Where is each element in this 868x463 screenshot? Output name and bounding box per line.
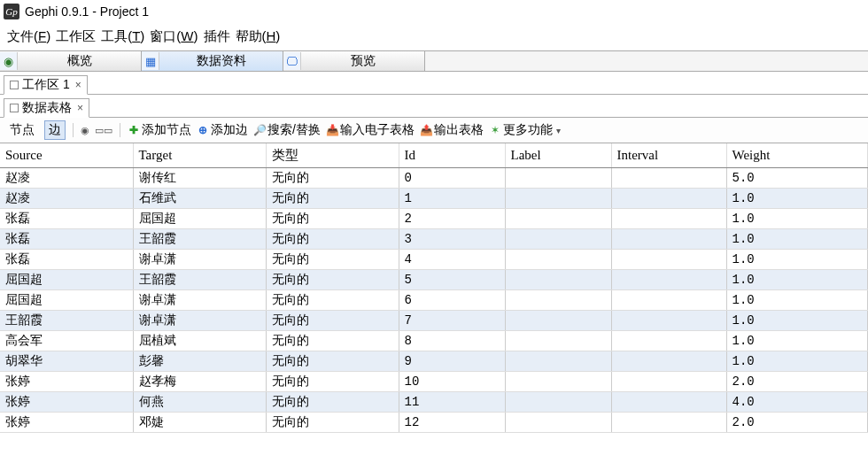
table-row[interactable]: 张磊谢卓潇无向的41.0 [0, 250, 868, 270]
col-id[interactable]: Id [399, 143, 505, 168]
cell-interval[interactable] [611, 331, 726, 351]
cell-id[interactable]: 11 [399, 392, 505, 413]
cell-label[interactable] [505, 229, 611, 250]
cell-id[interactable]: 2 [399, 209, 505, 229]
cell-target[interactable]: 谢卓潇 [133, 311, 266, 331]
cell-interval[interactable] [611, 290, 726, 311]
cell-weight[interactable]: 1.0 [726, 351, 868, 372]
cell-type[interactable]: 无向的 [266, 250, 399, 270]
cell-label[interactable] [505, 413, 611, 433]
cell-id[interactable]: 12 [399, 413, 505, 433]
cell-interval[interactable] [611, 351, 726, 372]
menu-plugins[interactable]: 插件 [204, 28, 230, 45]
table-row[interactable]: 王韶霞谢卓潇无向的71.0 [0, 311, 868, 331]
col-type[interactable]: 类型 [266, 143, 399, 168]
cell-target[interactable]: 谢卓潇 [133, 250, 266, 270]
cell-type[interactable]: 无向的 [266, 351, 399, 372]
cell-interval[interactable] [611, 229, 726, 250]
search-replace-button[interactable]: 🔎搜索/替换 [253, 122, 321, 138]
cell-target[interactable]: 王韶霞 [133, 270, 266, 290]
cell-id[interactable]: 9 [399, 351, 505, 372]
table-row[interactable]: 张磊王韶霞无向的31.0 [0, 229, 868, 250]
cell-id[interactable]: 7 [399, 311, 505, 331]
cell-weight[interactable]: 2.0 [726, 372, 868, 392]
cell-source[interactable]: 赵凌 [0, 189, 133, 209]
cell-interval[interactable] [611, 413, 726, 433]
cell-target[interactable]: 邓婕 [133, 413, 266, 433]
cell-id[interactable]: 4 [399, 250, 505, 270]
cell-weight[interactable]: 1.0 [726, 311, 868, 331]
col-source[interactable]: Source [0, 143, 133, 168]
cell-source[interactable]: 屈国超 [0, 290, 133, 311]
table-row[interactable]: 赵凌谢传红无向的05.0 [0, 168, 868, 189]
table-row[interactable]: 胡翠华彭馨无向的91.0 [0, 351, 868, 372]
cell-source[interactable]: 张婷 [0, 372, 133, 392]
menu-workspace[interactable]: 工作区 [56, 28, 96, 45]
cell-weight[interactable]: 2.0 [726, 413, 868, 433]
cell-id[interactable]: 3 [399, 229, 505, 250]
tab-data-laboratory[interactable]: ▦ 数据资料 [142, 51, 283, 71]
cell-source[interactable]: 张婷 [0, 392, 133, 413]
cell-target[interactable]: 王韶霞 [133, 229, 266, 250]
cell-id[interactable]: 6 [399, 290, 505, 311]
table-row[interactable]: 赵凌石维武无向的11.0 [0, 189, 868, 209]
col-label[interactable]: Label [505, 143, 611, 168]
cell-label[interactable] [505, 290, 611, 311]
cell-id[interactable]: 5 [399, 270, 505, 290]
col-weight[interactable]: Weight [726, 143, 868, 168]
cell-source[interactable]: 高会军 [0, 331, 133, 351]
cell-source[interactable]: 赵凌 [0, 168, 133, 189]
cell-id[interactable]: 8 [399, 331, 505, 351]
cell-interval[interactable] [611, 168, 726, 189]
export-table-button[interactable]: 📤输出表格 [420, 122, 484, 138]
cell-target[interactable]: 屈国超 [133, 209, 266, 229]
cell-weight[interactable]: 1.0 [726, 270, 868, 290]
cell-type[interactable]: 无向的 [266, 290, 399, 311]
cell-interval[interactable] [611, 372, 726, 392]
close-icon[interactable]: × [77, 102, 83, 114]
cell-target[interactable]: 何燕 [133, 392, 266, 413]
add-node-button[interactable]: ✚添加节点 [128, 122, 191, 138]
cell-id[interactable]: 1 [399, 189, 505, 209]
cell-weight[interactable]: 1.0 [726, 229, 868, 250]
table-row[interactable]: 高会军屈植斌无向的81.0 [0, 331, 868, 351]
cell-source[interactable]: 张磊 [0, 229, 133, 250]
col-target[interactable]: Target [133, 143, 266, 168]
cell-type[interactable]: 无向的 [266, 229, 399, 250]
cell-type[interactable]: 无向的 [266, 372, 399, 392]
edges-toggle[interactable]: 边 [44, 120, 66, 140]
menu-help[interactable]: 帮助(H) [236, 28, 281, 45]
cell-label[interactable] [505, 392, 611, 413]
cell-interval[interactable] [611, 311, 726, 331]
cell-type[interactable]: 无向的 [266, 392, 399, 413]
close-icon[interactable]: × [75, 79, 81, 91]
cell-label[interactable] [505, 331, 611, 351]
data-table-wrap[interactable]: Source Target 类型 Id Label Interval Weigh… [0, 143, 868, 433]
cell-source[interactable]: 张婷 [0, 413, 133, 433]
cell-source[interactable]: 屈国超 [0, 270, 133, 290]
cell-source[interactable]: 张磊 [0, 209, 133, 229]
table-row[interactable]: 张婷邓婕无向的122.0 [0, 413, 868, 433]
more-functions-button[interactable]: ✶更多功能▾ [489, 122, 561, 138]
col-interval[interactable]: Interval [611, 143, 726, 168]
menu-window[interactable]: 窗口(W) [150, 28, 198, 45]
cell-weight[interactable]: 1.0 [726, 189, 868, 209]
cell-type[interactable]: 无向的 [266, 189, 399, 209]
table-row[interactable]: 屈国超谢卓潇无向的61.0 [0, 290, 868, 311]
cell-weight[interactable]: 1.0 [726, 290, 868, 311]
cell-type[interactable]: 无向的 [266, 270, 399, 290]
cell-weight[interactable]: 1.0 [726, 209, 868, 229]
table-row[interactable]: 张婷何燕无向的114.0 [0, 392, 868, 413]
visibility-icon[interactable]: ▭▭ [95, 125, 112, 136]
cell-target[interactable]: 赵孝梅 [133, 372, 266, 392]
cell-id[interactable]: 10 [399, 372, 505, 392]
cell-label[interactable] [505, 250, 611, 270]
cell-label[interactable] [505, 351, 611, 372]
menu-tools[interactable]: 工具(T) [101, 28, 144, 45]
cell-label[interactable] [505, 311, 611, 331]
cell-source[interactable]: 胡翠华 [0, 351, 133, 372]
panel-tab-data-table[interactable]: 数据表格 × [4, 98, 89, 118]
cell-label[interactable] [505, 209, 611, 229]
cell-weight[interactable]: 1.0 [726, 250, 868, 270]
add-edge-button[interactable]: ⊕添加边 [197, 122, 248, 138]
